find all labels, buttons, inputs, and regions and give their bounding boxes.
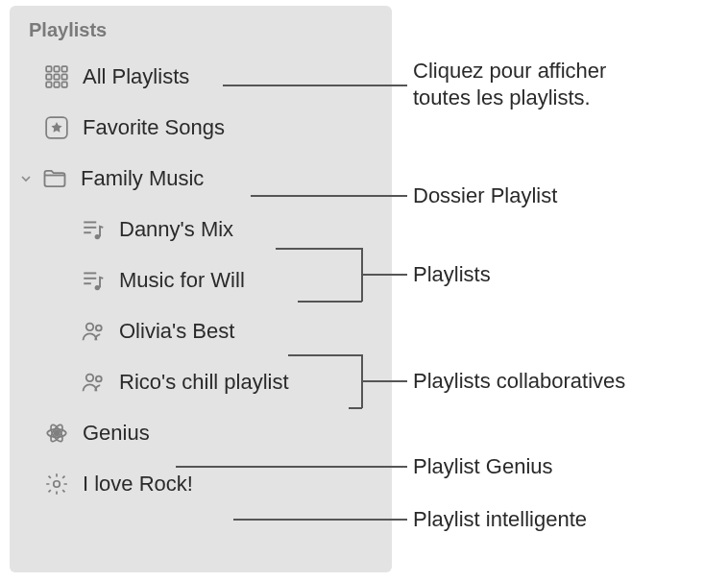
svg-rect-4: [54, 74, 59, 79]
callout-collaborative: Playlists collaboratives: [413, 368, 625, 395]
callout-genius: Playlist Genius: [413, 453, 553, 480]
svg-rect-8: [61, 82, 66, 86]
svg-rect-0: [46, 66, 51, 71]
callout-line: [223, 85, 407, 86]
callout-folder: Dossier Playlist: [413, 182, 557, 209]
collaborative-icon: [79, 317, 108, 346]
sidebar-item-label: Olivia's Best: [119, 319, 234, 344]
sidebar-item-label: Danny's Mix: [119, 217, 233, 242]
genius-icon: [42, 419, 71, 448]
sidebar-item-music-for-will[interactable]: Music for Will: [10, 255, 392, 305]
sidebar-item-ricos-chill[interactable]: Rico's chill playlist: [10, 356, 392, 407]
svg-rect-5: [61, 74, 66, 79]
section-header-playlists: Playlists: [10, 15, 392, 51]
callout-all-playlists: Cliquez pour affichertoutes les playlist…: [413, 58, 606, 110]
gear-icon: [42, 470, 71, 498]
chevron-down-icon[interactable]: [15, 171, 36, 186]
svg-point-20: [86, 374, 93, 380]
sidebar-item-label: Rico's chill playlist: [119, 370, 289, 395]
svg-rect-2: [61, 66, 66, 71]
folder-icon: [40, 164, 69, 193]
sidebar-item-label: Genius: [83, 421, 150, 446]
collaborative-icon: [79, 368, 108, 397]
svg-rect-1: [54, 66, 59, 71]
sidebar-item-olivias-best[interactable]: Olivia's Best: [10, 305, 392, 356]
svg-point-19: [96, 325, 102, 330]
callout-playlists: Playlists: [413, 261, 491, 288]
svg-point-22: [55, 430, 60, 435]
svg-point-21: [96, 376, 102, 381]
sidebar-item-label: Family Music: [81, 166, 204, 191]
callout-line: [176, 466, 407, 468]
svg-rect-3: [46, 74, 51, 79]
sidebar-item-favorite-songs[interactable]: Favorite Songs: [10, 102, 392, 153]
sidebar-item-label: I love Rock!: [83, 472, 193, 497]
playlist-sidebar: Playlists All Playlists Favorite Songs: [10, 6, 392, 572]
svg-point-18: [86, 323, 93, 329]
svg-point-26: [54, 480, 61, 487]
sidebar-item-all-playlists[interactable]: All Playlists: [10, 51, 392, 102]
sidebar-item-label: Music for Will: [119, 268, 245, 293]
playlist-icon: [79, 266, 108, 295]
star-icon: [42, 113, 71, 142]
callout-smart: Playlist intelligente: [413, 506, 587, 533]
svg-rect-7: [54, 82, 59, 86]
playlist-icon: [79, 215, 108, 244]
callout-line: [233, 519, 407, 521]
grid-icon: [42, 62, 71, 91]
sidebar-item-label: Favorite Songs: [83, 115, 225, 140]
sidebar-item-genius[interactable]: Genius: [10, 407, 392, 458]
svg-rect-6: [46, 82, 51, 86]
callout-line: [251, 195, 407, 197]
sidebar-item-label: All Playlists: [83, 64, 189, 89]
